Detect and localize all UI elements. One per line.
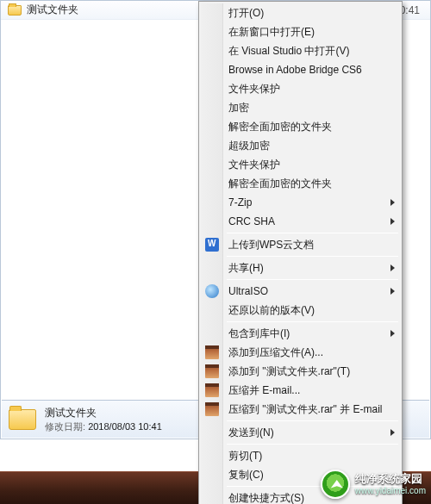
menu-item-label: 还原以前的版本(V) <box>228 303 315 318</box>
menu-separator <box>227 321 398 322</box>
menu-item-label: 解密全面加密的文件夹 <box>228 120 332 134</box>
menu-item[interactable]: 包含到库中(I) <box>201 324 400 343</box>
menu-item-label: 共享(H) <box>228 261 264 276</box>
menu-item[interactable]: 上传到WPS云文档 <box>201 235 400 254</box>
context-menu: 打开(O)在新窗口中打开(E)在 Visual Studio 中打开(V)Bro… <box>198 1 403 504</box>
chevron-right-icon <box>390 429 395 436</box>
menu-item-label: 加密 <box>228 101 249 115</box>
menu-item-label: 文件夹保护 <box>228 158 280 172</box>
menu-item[interactable]: 解密全面加密的文件夹 <box>201 117 400 136</box>
menu-item[interactable]: 在新窗口中打开(E) <box>201 22 400 41</box>
watermark-title: 纯净系统家园 <box>355 473 426 486</box>
menu-item-label: 复制(C) <box>228 468 264 482</box>
menu-item-label: 添加到压缩文件(A)... <box>228 345 323 360</box>
details-date-value: 2018/08/03 10:41 <box>88 421 162 432</box>
menu-item[interactable]: 7-Zip <box>201 193 400 212</box>
menu-item[interactable]: 剪切(T) <box>201 446 400 465</box>
menu-item-label: 压缩到 "测试文件夹.rar" 并 E-mail <box>228 402 383 417</box>
menu-item-label: 打开(O) <box>228 6 264 21</box>
wps-icon <box>205 238 219 252</box>
menu-separator <box>227 233 398 233</box>
menu-item-label: 添加到 "测试文件夹.rar"(T) <box>228 364 350 379</box>
menu-item[interactable]: 打开(O) <box>201 3 400 22</box>
file-name: 测试文件夹 <box>27 3 78 17</box>
menu-item[interactable]: 超级加密 <box>201 136 400 155</box>
menu-item[interactable]: 文件夹保护 <box>201 79 400 98</box>
menu-item[interactable]: 添加到 "测试文件夹.rar"(T) <box>201 362 400 381</box>
watermark-logo-icon <box>321 470 350 499</box>
chevron-right-icon <box>390 264 395 271</box>
menu-separator <box>227 420 398 421</box>
menu-item[interactable]: UltraISO <box>201 282 400 301</box>
menu-item-label: 超级加密 <box>228 139 270 153</box>
menu-item-label: 解密全面加密的文件夹 <box>228 177 332 191</box>
menu-item[interactable]: CRC SHA <box>201 212 400 231</box>
chevron-right-icon <box>390 288 395 295</box>
menu-item-label: 在新窗口中打开(E) <box>228 25 315 40</box>
menu-item[interactable]: 在 Visual Studio 中打开(V) <box>201 41 400 60</box>
menu-item-label: 7-Zip <box>228 196 252 208</box>
rar-icon <box>205 383 219 397</box>
menu-item-label: 包含到库中(I) <box>228 327 290 341</box>
menu-item[interactable]: 文件夹保护 <box>201 155 400 174</box>
menu-item-label: 压缩并 E-mail... <box>228 383 300 398</box>
menu-item-label: 在 Visual Studio 中打开(V) <box>228 44 350 59</box>
watermark: 纯净系统家园 www.yidaimei.com <box>321 470 426 499</box>
menu-separator <box>227 279 398 280</box>
menu-item-label: Browse in Adobe Bridge CS6 <box>228 64 362 76</box>
menu-item-label: 上传到WPS云文档 <box>228 238 314 252</box>
chevron-right-icon <box>390 330 395 337</box>
menu-item[interactable]: 共享(H) <box>201 258 400 277</box>
menu-item[interactable]: 压缩到 "测试文件夹.rar" 并 E-mail <box>201 400 400 419</box>
menu-item[interactable]: 压缩并 E-mail... <box>201 381 400 400</box>
menu-item-label: UltraISO <box>228 285 268 297</box>
menu-separator <box>227 256 398 257</box>
rar-icon <box>205 364 219 378</box>
menu-item[interactable]: 发送到(N) <box>201 423 400 442</box>
menu-item[interactable]: Browse in Adobe Bridge CS6 <box>201 60 400 79</box>
chevron-right-icon <box>390 218 395 225</box>
details-title: 测试文件夹 <box>45 406 162 420</box>
menu-item-label: 创建快捷方式(S) <box>228 491 304 505</box>
watermark-url: www.yidaimei.com <box>355 486 426 496</box>
menu-item-label: CRC SHA <box>228 215 275 227</box>
menu-item[interactable]: 还原以前的版本(V) <box>201 301 400 320</box>
menu-item[interactable]: 添加到压缩文件(A)... <box>201 343 400 362</box>
menu-item-label: 剪切(T) <box>228 449 262 464</box>
menu-item[interactable]: 解密全面加密的文件夹 <box>201 174 400 193</box>
rar-icon <box>205 402 219 416</box>
chevron-right-icon <box>390 199 395 206</box>
folder-icon <box>8 5 22 16</box>
menu-item-label: 发送到(N) <box>228 426 274 440</box>
details-date-label: 修改日期: <box>45 421 85 432</box>
rar-icon <box>205 345 219 359</box>
menu-separator <box>227 444 398 445</box>
menu-item[interactable]: 加密 <box>201 98 400 117</box>
menu-item-label: 文件夹保护 <box>228 82 280 96</box>
folder-icon <box>9 409 36 430</box>
iso-icon <box>205 284 219 298</box>
